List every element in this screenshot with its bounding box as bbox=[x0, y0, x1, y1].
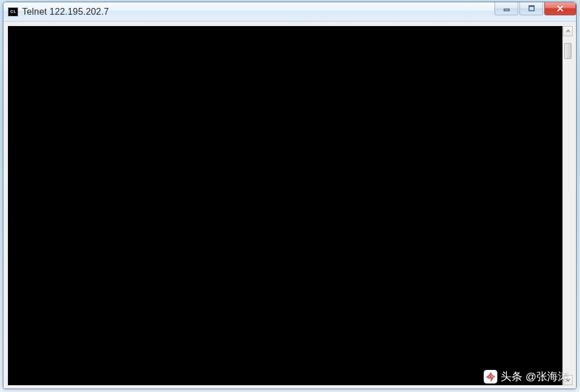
minimize-icon bbox=[503, 5, 510, 12]
telnet-window: C:\. Telnet 122.195.202.7 bbox=[3, 2, 577, 389]
client-area bbox=[3, 22, 576, 389]
maximize-button[interactable] bbox=[519, 2, 543, 15]
chevron-up-icon bbox=[566, 29, 570, 33]
window-controls bbox=[494, 2, 576, 15]
titlebar[interactable]: C:\. Telnet 122.195.202.7 bbox=[3, 2, 576, 22]
maximize-icon bbox=[528, 5, 535, 12]
scroll-up-button[interactable] bbox=[563, 26, 573, 36]
minimize-button[interactable] bbox=[494, 2, 518, 15]
window-title: Telnet 122.195.202.7 bbox=[22, 7, 109, 17]
scroll-track[interactable] bbox=[563, 36, 573, 375]
watermark: 今 头条 @张海涛 bbox=[484, 369, 569, 384]
app-icon: C:\. bbox=[8, 7, 18, 16]
svg-rect-0 bbox=[504, 9, 509, 11]
app-icon-text: C:\. bbox=[10, 10, 15, 14]
close-icon bbox=[556, 5, 564, 12]
watermark-text: 头条 @张海涛 bbox=[501, 369, 569, 384]
vertical-scrollbar[interactable] bbox=[562, 26, 573, 385]
terminal-output[interactable] bbox=[8, 26, 562, 385]
close-button[interactable] bbox=[544, 2, 576, 15]
scroll-thumb[interactable] bbox=[564, 43, 572, 59]
watermark-logo-icon: 今 bbox=[484, 370, 497, 384]
